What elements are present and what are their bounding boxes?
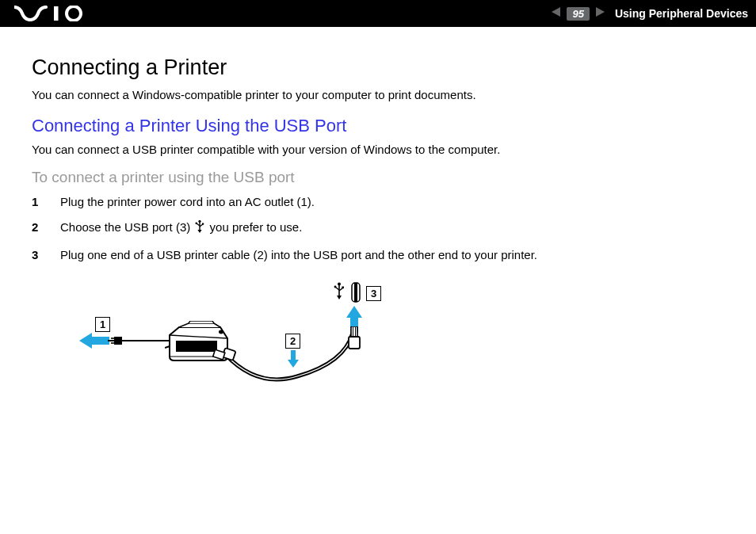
steps-list: Plug the printer power cord into an AC o… xyxy=(32,194,732,263)
sub-intro-text: You can connect a USB printer compatible… xyxy=(32,143,732,156)
svg-rect-12 xyxy=(342,286,344,288)
svg-marker-2 xyxy=(552,7,560,17)
svg-rect-15 xyxy=(354,283,357,302)
next-page-arrow[interactable] xyxy=(594,6,605,21)
svg-rect-7 xyxy=(202,223,204,225)
svg-rect-25 xyxy=(351,326,357,337)
step-2-text-a: Choose the USB port (3) xyxy=(60,220,193,234)
usb-plug-a-icon xyxy=(347,326,361,350)
intro-text: You can connect a Windows-compatible pri… xyxy=(32,88,732,101)
section-label: Using Peripheral Devices xyxy=(615,7,748,20)
page-title: Connecting a Printer xyxy=(32,55,732,80)
connection-diagram: 1 2 3 xyxy=(79,277,412,396)
svg-rect-0 xyxy=(54,6,59,21)
subtitle: Connecting a Printer Using the USB Port xyxy=(32,116,732,136)
power-plug-icon xyxy=(111,335,124,346)
svg-marker-3 xyxy=(596,7,605,17)
svg-rect-20 xyxy=(114,337,122,345)
callout-1: 1 xyxy=(95,317,110,332)
svg-point-6 xyxy=(196,223,197,224)
step-1: Plug the printer power cord into an AC o… xyxy=(32,194,732,210)
svg-point-11 xyxy=(334,285,337,288)
callout-3: 3 xyxy=(366,286,381,301)
step-2: Choose the USB port (3) you prefer to us… xyxy=(32,219,732,237)
vaio-logo xyxy=(14,6,94,21)
page-number: 95 xyxy=(567,7,589,21)
svg-marker-13 xyxy=(337,296,342,299)
header-nav: 95 Using Peripheral Devices xyxy=(551,6,748,21)
step-2-text-b: you prefer to use. xyxy=(210,220,303,234)
svg-marker-8 xyxy=(198,230,202,233)
header-bar: 95 Using Peripheral Devices xyxy=(0,0,756,27)
usb-plug-b-icon xyxy=(212,347,236,363)
usb-symbol-icon xyxy=(334,282,345,299)
step-3: Plug one end of a USB printer cable (2) … xyxy=(32,247,732,263)
svg-rect-30 xyxy=(213,349,225,360)
prev-page-arrow[interactable] xyxy=(551,6,562,21)
svg-marker-16 xyxy=(79,333,109,349)
task-heading: To connect a printer using the USB port xyxy=(32,169,732,186)
arrow-left-icon xyxy=(79,333,109,349)
svg-rect-26 xyxy=(349,337,360,349)
usb-port-icon xyxy=(351,282,361,303)
usb-icon xyxy=(195,219,204,237)
page-body: Connecting a Printer You can connect a W… xyxy=(0,27,756,396)
svg-point-1 xyxy=(67,6,81,21)
vaio-logo-svg xyxy=(14,6,94,21)
